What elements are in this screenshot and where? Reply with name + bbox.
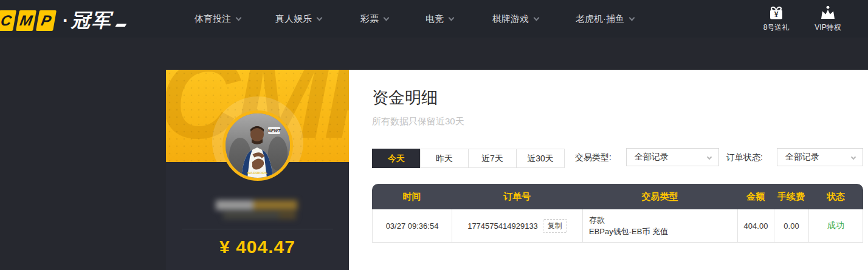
profile-card: CMP NEWT WARRIORS xyxy=(166,70,349,270)
header-time: 时间 xyxy=(372,191,452,203)
order-number: 1774575414929133 xyxy=(467,221,538,231)
avatar[interactable]: NEWT WARRIORS xyxy=(222,110,293,181)
cell-order-no: 1774575414929133 复制 xyxy=(452,209,583,242)
chevron-down-icon xyxy=(317,15,323,21)
account-balance: ¥ 404.47 xyxy=(166,237,349,257)
header-fee: 手续费 xyxy=(774,191,808,203)
header-transaction-type: 交易类型 xyxy=(582,191,737,203)
order-status-label: 订单状态: xyxy=(726,148,763,166)
cell-fee: 0.00 xyxy=(774,209,809,242)
chevron-down-icon xyxy=(851,155,856,160)
transaction-type-line2: EBPay钱包-EB币 充值 xyxy=(589,226,668,237)
tab-last-30-days[interactable]: 近30天 xyxy=(516,149,565,168)
order-status-value: 全部记录 xyxy=(785,152,819,163)
nav-item-lottery[interactable]: 彩票 xyxy=(360,0,388,38)
nav-item-label: 彩票 xyxy=(360,13,379,25)
nav-item-label: 电竞 xyxy=(425,13,444,25)
transaction-type-label: 交易类型: xyxy=(575,148,611,166)
chevron-down-icon xyxy=(236,15,242,21)
cell-transaction-type: 存款 EBPay钱包-EB币 充值 xyxy=(583,209,738,242)
status-badge: 成功 xyxy=(827,220,844,231)
divider xyxy=(182,229,333,229)
tab-yesterday[interactable]: 昨天 xyxy=(420,149,469,168)
svg-text:WARRIORS: WARRIORS xyxy=(247,171,267,175)
username-redacted xyxy=(216,200,302,224)
shortcut-vip[interactable]: VIP特权 xyxy=(808,4,847,33)
transaction-type-value: 全部记录 xyxy=(635,152,669,163)
svg-text:NEWT: NEWT xyxy=(268,129,281,133)
chevron-down-icon xyxy=(629,15,635,21)
crown-icon xyxy=(808,4,847,21)
cell-status: 成功 xyxy=(809,209,863,242)
nav-item-slots-fishing[interactable]: 老虎机·捕鱼 xyxy=(576,0,634,38)
transactions-table: 时间 订单号 交易类型 金额 手续费 状态 03/27 09:36:54 177… xyxy=(372,184,863,243)
header-amount: 金额 xyxy=(737,191,774,203)
page-title: 资金明细 xyxy=(372,87,438,109)
nav-item-live-casino[interactable]: 真人娱乐 xyxy=(275,0,322,38)
date-range-tabs: 今天 昨天 近7天 近30天 xyxy=(372,149,565,168)
top-navbar: C M P · 冠军 体育投注 真人娱乐 彩票 电竞 棋牌游戏 老虎机·捕鱼 xyxy=(0,0,868,38)
cell-amount: 404.00 xyxy=(738,209,774,242)
page-subtitle: 所有数据只保留近30天 xyxy=(372,116,464,127)
logo-letter-box: M xyxy=(16,10,36,31)
logo-brand-text: 冠军 xyxy=(71,8,112,33)
table-header-row: 时间 订单号 交易类型 金额 手续费 状态 xyxy=(372,184,863,209)
shortcut-gift-label: 8号送礼 xyxy=(757,22,796,33)
chevron-down-icon xyxy=(707,155,712,160)
cell-time: 03/27 09:36:54 xyxy=(373,209,452,242)
svg-text:¥: ¥ xyxy=(774,10,779,19)
nav-item-label: 真人娱乐 xyxy=(275,13,312,25)
logo-letter-box: C xyxy=(0,10,16,31)
chevron-down-icon xyxy=(384,15,390,21)
header-order-no: 订单号 xyxy=(452,191,582,203)
nav-item-board-games[interactable]: 棋牌游戏 xyxy=(492,0,539,38)
fund-details-panel: 资金明细 所有数据只保留近30天 今天 昨天 近7天 近30天 交易类型: 全部… xyxy=(349,70,868,270)
logo-accent-dash xyxy=(115,24,127,27)
nav-item-esports[interactable]: 电竞 xyxy=(425,0,453,38)
transaction-type-line1: 存款 xyxy=(589,214,605,226)
logo-letter-box: P xyxy=(36,10,57,31)
nav-item-label: 体育投注 xyxy=(195,13,231,25)
header-status: 状态 xyxy=(808,191,863,203)
transaction-type-select[interactable]: 全部记录 xyxy=(626,148,719,166)
gift-icon: ¥ xyxy=(757,4,796,21)
site-logo[interactable]: C M P · 冠军 xyxy=(0,8,126,33)
nav-item-sports[interactable]: 体育投注 xyxy=(195,0,241,38)
tab-last-7-days[interactable]: 近7天 xyxy=(468,149,517,168)
shortcut-gift[interactable]: ¥ 8号送礼 xyxy=(757,4,796,33)
copy-button[interactable]: 复制 xyxy=(543,219,567,233)
chevron-down-icon xyxy=(534,15,540,21)
table-row: 03/27 09:36:54 1774575414929133 复制 存款 EB… xyxy=(372,209,863,243)
order-status-select[interactable]: 全部记录 xyxy=(777,148,863,166)
shortcut-vip-label: VIP特权 xyxy=(808,22,847,33)
nav-item-label: 老虎机·捕鱼 xyxy=(576,13,624,25)
chevron-down-icon xyxy=(449,15,455,21)
logo-separator: · xyxy=(63,10,69,31)
nav-item-label: 棋牌游戏 xyxy=(492,13,529,25)
tab-today[interactable]: 今天 xyxy=(372,149,421,168)
